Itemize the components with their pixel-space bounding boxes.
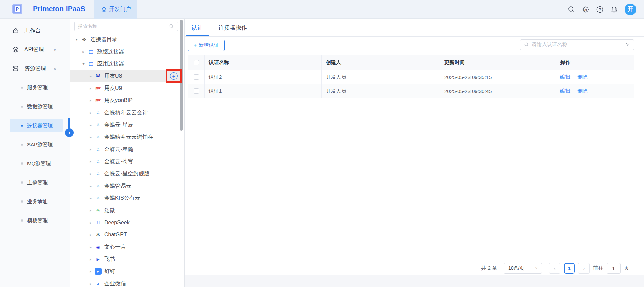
expand-arrow-icon[interactable]: ▸ (88, 147, 93, 152)
help-icon[interactable]: ? (596, 6, 604, 13)
expand-arrow-icon[interactable]: ▸ (88, 74, 93, 78)
add-auth-button[interactable]: + 新增认证 (188, 40, 225, 51)
col-auth-name: 认证名称 (205, 55, 322, 70)
sidebar-item-1[interactable]: API管理 ∨ (0, 43, 70, 56)
sidebar-subitem-8[interactable]: 主题管理 (10, 176, 63, 189)
sidebar-subitem-label: 主题管理 (27, 179, 48, 186)
current-page-button[interactable]: 1 (564, 263, 575, 274)
tree-node[interactable]: ▸ 用友 用友U9 (70, 82, 180, 94)
expand-arrow-icon[interactable]: ▸ (88, 245, 93, 249)
expand-arrow-icon[interactable]: ▾ (81, 62, 86, 66)
expand-arrow-icon[interactable]: ▸ (88, 98, 93, 103)
expand-arrow-icon[interactable]: ▸ (88, 282, 93, 286)
add-auth-node-button[interactable]: + (170, 72, 178, 80)
tree-node[interactable]: ▸ ∴ 金蝶精斗云云进销存 (70, 131, 180, 143)
tree-search-input[interactable]: 搜索名称 (74, 22, 178, 31)
expand-arrow-icon[interactable]: ▸ (88, 159, 93, 164)
search-icon[interactable] (568, 6, 575, 13)
delete-link[interactable]: 删除 (577, 74, 588, 80)
tree-node[interactable]: ▾ ▤ 应用连接器 (70, 58, 180, 70)
sidebar-subitem-4[interactable]: 数据源管理 (10, 100, 63, 113)
tree-node[interactable]: ▸ ∴ 金蝶管易云 (70, 180, 180, 192)
sidebar-subitem-3[interactable]: 服务管理 (10, 81, 63, 94)
ai-assistant-icon[interactable]: AI (582, 6, 589, 13)
portal-tab-dev[interactable]: 开发门户 (94, 0, 137, 19)
prev-page-button[interactable]: ‹ (549, 263, 560, 274)
tree-node[interactable]: ▸ ▶ 飞书 (70, 253, 180, 265)
expand-arrow-icon[interactable]: ▸ (88, 233, 93, 237)
tree-node[interactable]: ▸ ∴ 金蝶云·苍穹 (70, 155, 180, 168)
expand-arrow-icon[interactable]: ▸ (88, 172, 93, 176)
tree-node[interactable]: ▸ ≋ DeepSeek (70, 216, 180, 229)
tree-node[interactable]: ▸ ∴ 金蝶云·星空旗舰版 (70, 168, 180, 180)
expand-arrow-icon[interactable]: ▸ (88, 86, 93, 91)
delete-link[interactable]: 删除 (577, 88, 588, 94)
page-unit-label: 页 (624, 265, 629, 271)
expand-arrow-icon[interactable]: ▸ (88, 269, 93, 274)
expand-arrow-icon[interactable]: ▸ (81, 50, 86, 54)
expand-arrow-icon[interactable]: ▸ (88, 257, 93, 262)
sidebar-subitem-5[interactable]: 连接器管理 (10, 119, 63, 132)
tree-node[interactable]: ▸ ▸ 钉钉 (70, 265, 180, 278)
tree-node[interactable]: ▸ ▤ 数据连接器 (70, 45, 180, 58)
row-checkbox[interactable] (194, 88, 199, 94)
select-all-checkbox[interactable] (194, 60, 199, 65)
tree-node[interactable]: ▸ 用友 用友yonBIP (70, 94, 180, 107)
expand-arrow-icon[interactable]: ▾ (74, 37, 79, 42)
auth-search-input[interactable]: 请输入认证名称 (520, 39, 634, 50)
app-logo-icon[interactable]: P (12, 4, 22, 14)
tab-bar: 认证 连接器操作 (185, 19, 644, 37)
tree-node[interactable]: ▸ ∴ 金蝶云·星辰 (70, 119, 180, 131)
connector-tree-panel: 搜索名称 ▾ ❖ 连接器目录 ▸ ▤ 数据连接器 ▾ ▤ 应用连接器 ▸ US … (70, 19, 185, 287)
tab-connector-ops[interactable]: 连接器操作 (215, 19, 251, 36)
edit-link[interactable]: 编辑 (560, 74, 570, 80)
panel-collapse-button[interactable]: ‹ (65, 128, 74, 137)
wecom-icon: ◕ (95, 280, 102, 287)
tree-node-label: 金蝶精斗云云进销存 (104, 134, 153, 141)
tree-node[interactable]: ▸ ◉ 文心一言 (70, 241, 180, 253)
notification-bell-icon[interactable] (610, 6, 618, 13)
panel-collapse-bar (68, 118, 70, 129)
expand-arrow-icon[interactable]: ▸ (88, 123, 93, 127)
user-avatar[interactable]: 开 (625, 4, 636, 15)
tab-auth[interactable]: 认证 (185, 19, 209, 36)
yonyou-icon: 用友 (95, 97, 102, 104)
tree-search-placeholder: 搜索名称 (78, 23, 169, 30)
expand-arrow-icon[interactable]: ▸ (88, 196, 93, 200)
expand-arrow-icon[interactable]: ▸ (88, 135, 93, 139)
portal-tab-label: 开发门户 (109, 6, 131, 13)
expand-arrow-icon[interactable]: ▸ (88, 184, 93, 188)
filter-funnel-icon[interactable] (625, 42, 630, 47)
tree-node[interactable]: ▸ ∴ 金蝶精斗云云会计 (70, 107, 180, 119)
sidebar-subitem-9[interactable]: 业务地址 (10, 195, 63, 208)
tree-node-label: 金蝶管易云 (104, 183, 131, 190)
tree-node[interactable]: ▸ ✻ ChatGPT (70, 229, 180, 241)
tree-node[interactable]: ▸ US 用友U8 (70, 70, 180, 82)
expand-arrow-icon[interactable]: ▸ (88, 208, 93, 213)
tree-node[interactable]: ▾ ❖ 连接器目录 (70, 33, 180, 45)
sidebar-item-0[interactable]: 工作台 (0, 24, 70, 37)
chevron-down-icon: ∨ (535, 266, 538, 270)
expand-arrow-icon[interactable]: ▸ (88, 221, 93, 225)
chevron-icon: ∨ (53, 47, 56, 52)
edit-link[interactable]: 编辑 (560, 88, 570, 94)
tree-node[interactable]: ▸ ∴ 金蝶KIS公有云 (70, 192, 180, 204)
sidebar-item-label: API管理 (24, 46, 44, 53)
tree-node[interactable]: ▸ ∴ 金蝶云·星瀚 (70, 143, 180, 155)
sidebar-subitem-10[interactable]: 模板管理 (10, 214, 63, 227)
chevron-right-icon: › (583, 265, 585, 271)
tree-node[interactable]: ▸ ✳ 泛微 (70, 204, 180, 216)
tree-node[interactable]: ▸ ◕ 企业微信 (70, 278, 180, 287)
sidebar-subitem-6[interactable]: SAP源管理 (10, 138, 63, 151)
expand-arrow-icon[interactable]: ▸ (88, 111, 93, 115)
row-checkbox[interactable] (194, 74, 199, 80)
kingdee-icon: ∴ (95, 134, 102, 140)
page-size-select[interactable]: 10条/页 ∨ (504, 263, 542, 274)
sidebar-subitem-label: 模板管理 (27, 217, 48, 224)
sidebar-subitem-7[interactable]: MQ源管理 (10, 157, 63, 170)
goto-page-input[interactable]: 1 (607, 263, 621, 274)
main-content: 认证 连接器操作 + 新增认证 请输入认证名称 认证名称 创建人 更新时间 操作… (185, 19, 644, 287)
sidebar-item-2[interactable]: 资源管理 ∧ (0, 62, 70, 75)
next-page-button[interactable]: › (578, 263, 590, 274)
tree-node-label: 钉钉 (104, 268, 115, 275)
